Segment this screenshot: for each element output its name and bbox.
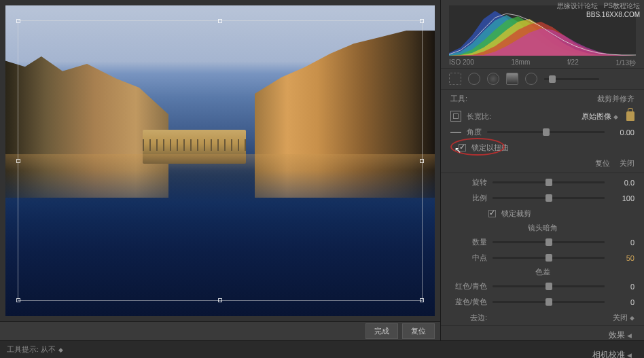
angle-icon: [450, 132, 461, 133]
tool-label: 工具:: [450, 94, 467, 104]
rc-value: 0: [610, 283, 634, 291]
aspect-value[interactable]: 原始图像 ◆: [497, 111, 621, 122]
aspect-label: 长宽比:: [467, 111, 491, 122]
canvas-area: 完成 复位: [0, 0, 440, 340]
crop-close[interactable]: 关闭: [620, 158, 634, 168]
angle-slider[interactable]: [487, 131, 605, 133]
by-slider[interactable]: [493, 301, 605, 303]
redeye-tool-icon[interactable]: [487, 73, 499, 85]
tool-slider[interactable]: [544, 78, 599, 80]
defringe-label: 去边:: [450, 312, 487, 323]
vig-amount-label: 数量: [450, 237, 487, 247]
histo-shutter: 1/13秒: [616, 58, 636, 68]
lock-warp-label: 锁定以扭曲: [471, 143, 509, 153]
tooltip-value[interactable]: 从不: [41, 344, 56, 355]
vig-amount-value: 0: [610, 238, 634, 247]
fringe-title: 色差: [441, 266, 644, 279]
vig-mid-label: 中点: [450, 253, 487, 263]
crop-tool-icon[interactable]: [449, 73, 461, 85]
crop-handle-tl[interactable]: [16, 19, 20, 23]
crop-overlay[interactable]: [18, 20, 423, 301]
defringe-value[interactable]: 关闭 ◆: [613, 312, 634, 323]
vig-mid-slider[interactable]: [493, 257, 605, 259]
reset-button[interactable]: 复位: [402, 323, 435, 339]
crop-icon: [450, 111, 461, 122]
crop-handle-bm[interactable]: [218, 298, 222, 302]
crop-handle-mr[interactable]: [420, 159, 424, 163]
watermark: 思缘设计论坛 PS教程论坛 BBS.16XX8.COM: [553, 0, 644, 20]
crop-handle-br[interactable]: [420, 298, 424, 302]
tooltip-label: 工具提示:: [7, 344, 39, 355]
crop-handle-bl[interactable]: [16, 298, 20, 302]
right-panel: 思缘设计论坛 PS教程论坛 BBS.16XX8.COM ISO 200 18mm…: [440, 0, 644, 340]
crop-handle-ml[interactable]: [16, 159, 20, 163]
scale-label: 比例: [450, 193, 487, 203]
histo-aperture: f/22: [567, 58, 579, 68]
crop-handle-tm[interactable]: [218, 19, 222, 23]
canvas-toolbar: 完成 复位: [0, 321, 440, 340]
lock-crop-label: 锁定裁剪: [501, 209, 531, 219]
accordion-effects[interactable]: 效果 ◀: [441, 325, 644, 345]
lock-crop-checkbox[interactable]: [488, 210, 496, 217]
by-label: 蓝色/黄色: [450, 297, 487, 307]
vignette-title: 镜头暗角: [441, 221, 644, 234]
spot-tool-icon[interactable]: [468, 73, 480, 85]
accordion-camera-cal[interactable]: 相机校准 ◀: [441, 345, 644, 358]
histo-iso: ISO 200: [449, 58, 474, 68]
lock-icon[interactable]: [626, 111, 634, 121]
rotate-slider[interactable]: [493, 181, 605, 183]
rc-label: 红色/青色: [450, 281, 487, 291]
histo-focal: 18mm: [511, 58, 530, 68]
by-value: 0: [610, 298, 634, 306]
lock-warp-checkbox[interactable]: [459, 144, 466, 151]
vig-amount-slider[interactable]: [493, 241, 605, 243]
scale-value: 100: [610, 194, 634, 202]
done-button[interactable]: 完成: [365, 323, 398, 339]
preview-image[interactable]: [5, 5, 435, 316]
rc-slider[interactable]: [493, 285, 605, 287]
rotate-value: 0.0: [610, 179, 634, 187]
tool-strip: [441, 68, 644, 89]
angle-label: 角度: [467, 127, 482, 137]
scale-slider[interactable]: [493, 197, 605, 199]
brush-tool-icon[interactable]: [525, 73, 537, 85]
crop-handle-tr[interactable]: [420, 19, 424, 23]
angle-value: 0.00: [610, 128, 634, 137]
crop-reset[interactable]: 复位: [595, 158, 610, 168]
tool-title: 裁剪并修齐: [597, 94, 634, 104]
grad-tool-icon[interactable]: [506, 73, 518, 85]
vig-mid-value: 50: [610, 254, 634, 262]
rotate-label: 旋转: [450, 177, 487, 187]
